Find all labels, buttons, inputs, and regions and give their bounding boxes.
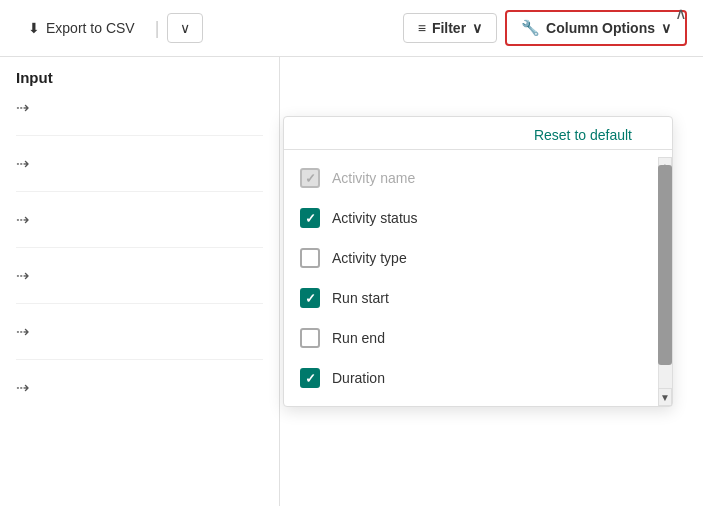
scroll-down-button[interactable]: ▼ <box>658 388 672 406</box>
list-item: ⇢ <box>16 322 263 360</box>
list-item: ⇢ <box>16 378 263 415</box>
list-item: ⇢ <box>16 154 263 192</box>
checkbox-activity-type[interactable] <box>300 248 320 268</box>
reset-to-default-link[interactable]: Reset to default <box>284 117 672 149</box>
filter-button[interactable]: ≡ Filter ∨ <box>403 13 497 43</box>
arrow-icon: ⇢ <box>16 378 29 397</box>
filter-chevron-icon: ∨ <box>472 20 482 36</box>
list-item: ⇢ <box>16 266 263 304</box>
arrow-icon: ⇢ <box>16 266 29 285</box>
column-item-activity-name[interactable]: Activity name <box>284 158 672 198</box>
column-label-duration: Duration <box>332 370 385 386</box>
arrow-icon: ⇢ <box>16 154 29 173</box>
checkbox-activity-name[interactable] <box>300 168 320 188</box>
export-button[interactable]: ⬇ Export to CSV <box>16 14 147 42</box>
export-label: Export to CSV <box>46 20 135 36</box>
toolbar-divider: | <box>155 18 160 39</box>
list-item: ⇢ <box>16 98 263 136</box>
filter-icon: ≡ <box>418 20 426 36</box>
checkbox-duration[interactable] <box>300 368 320 388</box>
reset-label: Reset to default <box>534 127 632 143</box>
column-label-activity-type: Activity type <box>332 250 407 266</box>
toolbar-left: ⬇ Export to CSV | ∨ <box>16 13 203 43</box>
export-icon: ⬇ <box>28 20 40 36</box>
toolbar-right: ≡ Filter ∨ 🔧 Column Options ∨ <box>403 10 687 46</box>
column-options-dropdown: Reset to default Activity name Activity … <box>283 116 673 407</box>
scrollbar-track: ▲ ▼ <box>658 157 672 406</box>
export-chevron-button[interactable]: ∨ <box>167 13 203 43</box>
list-item: ⇢ <box>16 210 263 248</box>
scrollbar-thumb[interactable] <box>658 165 672 365</box>
column-options-chevron-icon: ∨ <box>661 20 671 36</box>
column-label-run-end: Run end <box>332 330 385 346</box>
checkbox-activity-status[interactable] <box>300 208 320 228</box>
column-options-label: Column Options <box>546 20 655 36</box>
column-item-activity-type[interactable]: Activity type <box>284 238 672 278</box>
column-label-run-start: Run start <box>332 290 389 306</box>
wrench-icon: 🔧 <box>521 19 540 37</box>
column-label-activity-name: Activity name <box>332 170 415 186</box>
chevron-up-icon[interactable]: ∧ <box>675 4 687 23</box>
input-rows: ⇢ ⇢ ⇢ ⇢ ⇢ ⇢ <box>16 98 263 415</box>
arrow-icon: ⇢ <box>16 322 29 341</box>
column-options-button[interactable]: 🔧 Column Options ∨ <box>505 10 687 46</box>
arrow-icon: ⇢ <box>16 98 29 117</box>
column-item-activity-status[interactable]: Activity status <box>284 198 672 238</box>
checkbox-run-start[interactable] <box>300 288 320 308</box>
checkbox-run-end[interactable] <box>300 328 320 348</box>
arrow-icon: ⇢ <box>16 210 29 229</box>
left-panel: Input ⇢ ⇢ ⇢ ⇢ ⇢ ⇢ <box>0 57 280 506</box>
column-list: Activity name Activity status Activity t… <box>284 150 672 406</box>
column-label-activity-status: Activity status <box>332 210 418 226</box>
filter-label: Filter <box>432 20 466 36</box>
export-chevron-icon: ∨ <box>180 20 190 36</box>
column-item-duration[interactable]: Duration <box>284 358 672 398</box>
column-item-run-start[interactable]: Run start <box>284 278 672 318</box>
input-label: Input <box>16 69 263 86</box>
toolbar: ⬇ Export to CSV | ∨ ≡ Filter ∨ 🔧 Column … <box>0 0 703 57</box>
column-item-run-end[interactable]: Run end <box>284 318 672 358</box>
